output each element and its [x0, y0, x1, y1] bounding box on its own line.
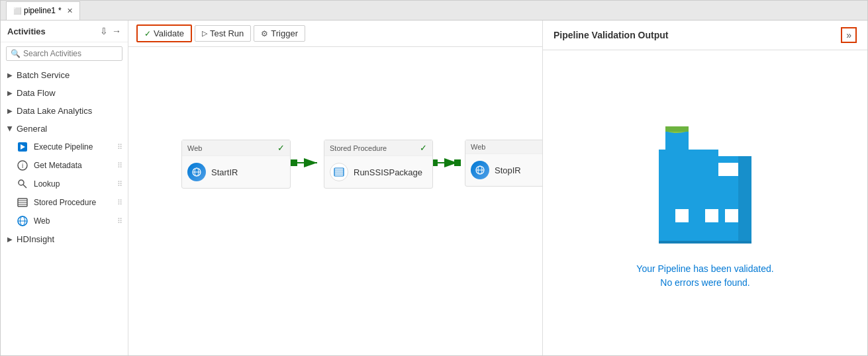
batch-service-label: Batch Service	[17, 70, 70, 80]
validation-message: Your Pipeline has been validated. No err…	[636, 262, 773, 290]
node-start-ir-icon	[187, 163, 206, 181]
general-label: General	[17, 124, 47, 134]
play-icon: ▷	[202, 29, 207, 38]
node-run-ssis-type: Stored Procedure	[330, 144, 387, 152]
sidebar-item-data-lake-analytics[interactable]: ▶ Data Lake Analytics	[1, 102, 128, 120]
svg-rect-34	[705, 209, 718, 222]
sidebar-item-stored-procedure[interactable]: Stored Procedure ⠿	[1, 193, 128, 212]
general-arrow: ▶	[7, 126, 14, 132]
test-run-label: Test Run	[210, 28, 244, 38]
pipeline-canvas: Web ✓ StartIR Stored Procedure ✓	[128, 47, 542, 355]
hdinsight-arrow: ▶	[7, 236, 13, 243]
svg-rect-18	[454, 159, 461, 166]
svg-rect-36	[665, 130, 689, 153]
pipeline-tab-icon: ⬜	[13, 7, 21, 15]
lookup-label: Lookup	[34, 179, 60, 189]
search-icon: 🔍	[11, 49, 21, 58]
trigger-label: Trigger	[271, 28, 298, 38]
svg-rect-39	[738, 156, 751, 242]
data-flow-arrow: ▶	[7, 89, 13, 97]
svg-rect-40	[659, 241, 751, 244]
svg-rect-33	[675, 209, 689, 222]
lookup-drag[interactable]: ⠿	[117, 180, 121, 189]
collapse-icon[interactable]: ⇩	[100, 26, 108, 36]
panel-close-button[interactable]: »	[841, 27, 857, 43]
web-icon	[17, 215, 28, 227]
pipeline-svg	[128, 47, 542, 355]
execute-pipeline-drag[interactable]: ⠿	[117, 143, 121, 152]
web-drag[interactable]: ⠿	[117, 217, 121, 226]
sidebar-item-execute-pipeline[interactable]: Execute Pipeline ⠿	[1, 138, 128, 156]
node-stop-ir[interactable]: Web StopIR	[465, 140, 542, 187]
stored-procedure-label: Stored Procedure	[34, 198, 96, 207]
sidebar-item-get-metadata[interactable]: i Get Metadata ⠿	[1, 156, 128, 175]
sidebar-header: Activities ⇩ →	[1, 21, 128, 42]
search-box[interactable]: 🔍	[6, 46, 122, 61]
trigger-button[interactable]: ⚙ Trigger	[254, 25, 305, 42]
node-start-ir-status: ✓	[277, 143, 285, 153]
svg-rect-16	[291, 159, 297, 166]
sidebar-item-web[interactable]: Web ⠿	[1, 212, 128, 230]
node-run-ssis-header: Stored Procedure ✓	[324, 140, 432, 156]
node-stop-ir-header: Web	[465, 140, 542, 154]
node-start-ir-label: StartIR	[211, 167, 238, 177]
sidebar-title: Activities	[7, 26, 46, 36]
validation-panel: Pipeline Validation Output »	[543, 21, 867, 355]
sidebar-item-lookup[interactable]: Lookup ⠿	[1, 175, 128, 193]
node-run-ssis-icon	[330, 163, 348, 181]
data-lake-analytics-arrow: ▶	[7, 107, 13, 114]
validate-icon: ✓	[144, 29, 151, 38]
panel-title: Pipeline Validation Output	[554, 30, 668, 40]
sidebar-item-general[interactable]: ▶ General	[1, 120, 128, 138]
activities-sidebar: Activities ⇩ → 🔍 ▶ Batch Service ▶	[1, 21, 128, 355]
execute-pipeline-label: Execute Pipeline	[34, 142, 93, 152]
node-start-ir[interactable]: Web ✓ StartIR	[181, 140, 291, 189]
execute-pipeline-icon	[17, 141, 28, 153]
data-flow-label: Data Flow	[17, 88, 56, 98]
factory-illustration	[652, 116, 758, 249]
test-run-button[interactable]: ▷ Test Run	[195, 25, 251, 42]
pipeline-toolbar: ✓ Validate ▷ Test Run ⚙ Trigger	[128, 21, 542, 47]
get-metadata-label: Get Metadata	[34, 161, 82, 170]
sidebar-item-hdinsight[interactable]: ▶ HDInsight	[1, 230, 128, 248]
stored-procedure-icon	[17, 197, 28, 208]
data-lake-analytics-label: Data Lake Analytics	[17, 106, 92, 116]
hdinsight-label: HDInsight	[17, 234, 54, 244]
pipeline-tab[interactable]: ⬜ pipeline1 * ✕	[6, 1, 80, 20]
svg-point-4	[19, 180, 24, 185]
tab-close-button[interactable]: ✕	[67, 7, 73, 15]
node-run-ssis[interactable]: Stored Procedure ✓ RunSSISPackage	[324, 140, 433, 189]
node-start-ir-type: Web	[187, 144, 202, 152]
svg-rect-30	[659, 150, 695, 242]
general-items: Execute Pipeline ⠿ i Get Metadata ⠿	[1, 138, 128, 230]
sidebar-item-data-flow[interactable]: ▶ Data Flow	[1, 84, 128, 102]
panel-content: Your Pipeline has been validated. No err…	[543, 50, 867, 355]
svg-text:i: i	[22, 162, 23, 169]
lookup-icon	[17, 178, 28, 190]
panel-header: Pipeline Validation Output »	[543, 21, 867, 50]
validate-label: Validate	[154, 28, 184, 38]
node-run-ssis-label: RunSSISPackage	[354, 167, 422, 177]
main-content: Activities ⇩ → 🔍 ▶ Batch Service ▶	[1, 21, 867, 355]
tab-bar: ⬜ pipeline1 * ✕	[1, 1, 867, 21]
pipeline-tab-label: pipeline1	[24, 6, 56, 15]
sidebar-header-icons: ⇩ →	[100, 26, 121, 36]
web-label: Web	[34, 216, 50, 226]
sidebar-section: ▶ Batch Service ▶ Data Flow ▶ Data Lake …	[1, 65, 128, 249]
stored-procedure-drag[interactable]: ⠿	[117, 199, 121, 207]
sidebar-item-batch-service[interactable]: ▶ Batch Service	[1, 66, 128, 84]
validation-message-line2: No errors were found.	[636, 276, 773, 290]
svg-line-5	[23, 185, 26, 188]
batch-service-arrow: ▶	[7, 71, 13, 79]
get-metadata-drag[interactable]: ⠿	[117, 161, 121, 170]
pipeline-area: ✓ Validate ▷ Test Run ⚙ Trigger	[128, 21, 543, 355]
svg-rect-38	[665, 126, 689, 132]
validation-message-line1: Your Pipeline has been validated.	[636, 262, 773, 276]
get-metadata-icon: i	[17, 159, 28, 171]
node-stop-ir-icon	[471, 161, 489, 179]
pipeline-tab-modified: *	[58, 6, 62, 15]
expand-icon[interactable]: →	[112, 26, 121, 36]
search-input[interactable]	[23, 49, 118, 58]
node-start-ir-header: Web ✓	[182, 140, 290, 156]
validate-button[interactable]: ✓ Validate	[136, 24, 192, 42]
